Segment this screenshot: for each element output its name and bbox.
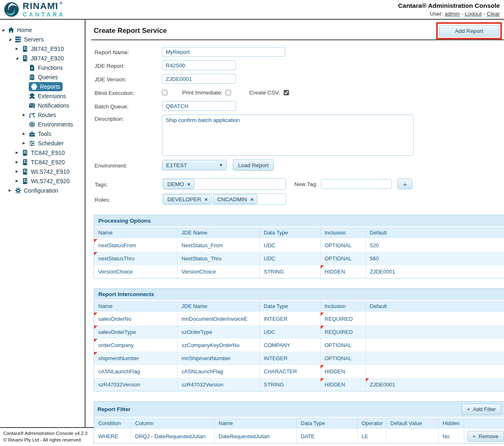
- sidebar-item-reports[interactable]: Reports: [0, 82, 85, 91]
- chip-remove-icon[interactable]: ×: [187, 182, 191, 187]
- table-cell: DATE: [296, 429, 357, 443]
- chip-remove-icon[interactable]: ×: [250, 197, 254, 202]
- print-immediate-checkbox[interactable]: [226, 90, 231, 95]
- sidebar-item-home[interactable]: ◢ Home: [0, 25, 85, 34]
- sidebar-item-routes[interactable]: ▶ Routes: [0, 110, 85, 120]
- table-cell: cASNLaunchFlag: [177, 365, 259, 378]
- table-cell: szOrderType: [177, 326, 259, 339]
- sidebar-item-label: Configuration: [24, 187, 58, 194]
- table-cell: OPTIONAL: [320, 339, 365, 352]
- expander-icon[interactable]: ◢: [9, 37, 15, 41]
- functions-icon: [29, 64, 36, 71]
- sidebar-item-jb742_e920[interactable]: ◢ JB742_E920: [0, 53, 85, 63]
- table-cell: OPTIONAL: [320, 252, 365, 265]
- plus-icon: +: [467, 406, 470, 412]
- table-cell: DRQJ - DateRequestedJulian: [131, 429, 214, 443]
- role-chip-cncadmin: CNCADMIN ×: [213, 194, 257, 204]
- table-cell: UDC: [259, 239, 320, 252]
- expander-icon[interactable]: ▶: [16, 151, 22, 154]
- expander-icon[interactable]: ▶: [9, 189, 15, 192]
- report-name-input[interactable]: [162, 47, 285, 57]
- column-header: Default: [365, 227, 504, 239]
- table-cell: OPTIONAL: [320, 239, 365, 252]
- jde-report-input[interactable]: [162, 60, 236, 70]
- sidebar-item-tc842_e920[interactable]: ▶ TC842_E920: [0, 157, 85, 167]
- sidebar-item-tools[interactable]: ▶ Tools: [0, 129, 85, 138]
- chip-remove-icon[interactable]: ×: [205, 197, 208, 202]
- create-csv-label: Create CSV:: [249, 90, 280, 96]
- table-cell: DateRequestedJulian: [214, 429, 296, 443]
- table-cell: salesOrderNo: [94, 312, 177, 326]
- logout-link[interactable]: Logout: [465, 11, 481, 17]
- column-header: JDE Name: [177, 227, 259, 239]
- remove-filter-button[interactable]: ×Remove: [467, 431, 504, 442]
- blind-execution-label: Blind Execution:: [91, 89, 162, 96]
- sidebar-item-notifications[interactable]: Notifications: [0, 101, 85, 110]
- home-icon: [8, 27, 15, 33]
- expander-icon[interactable]: ▶: [16, 170, 22, 173]
- sidebar-item-tc842_e910[interactable]: ▶ TC842_E910: [0, 148, 85, 157]
- x-icon: ×: [473, 433, 476, 439]
- column-header: Data Type: [259, 227, 320, 239]
- sidebar-item-jb742_e910[interactable]: ▶ JB742_E910: [0, 44, 85, 53]
- tags-input[interactable]: DEMO ×: [162, 178, 286, 190]
- sidebar-item-extensions[interactable]: Extensions: [0, 91, 85, 101]
- jde-version-label: JDE Version:: [91, 75, 162, 83]
- roles-input[interactable]: DEVELOPER × CNCADMIN ×: [162, 193, 286, 205]
- batch-queue-input[interactable]: [162, 101, 236, 111]
- sidebar-item-scheduler[interactable]: ▶ Scheduler: [0, 138, 85, 148]
- add-report-button[interactable]: Add Report: [439, 25, 499, 37]
- blind-execution-checkbox[interactable]: [162, 90, 167, 95]
- expander-icon[interactable]: ▶: [23, 113, 29, 117]
- table-cell: [365, 339, 504, 352]
- processing-options-table: Processing Options NameJDE NameData Type…: [94, 215, 504, 278]
- table-row: cASNLaunchFlagcASNLaunchFlagCHARACTERHID…: [94, 365, 504, 378]
- table-cell: [365, 326, 504, 339]
- jde-version-input[interactable]: [162, 74, 236, 84]
- column-header: Inclusion: [320, 301, 365, 312]
- sidebar-item-wls742_e920[interactable]: ▶ WLS742_E920: [0, 176, 85, 186]
- sidebar-item-servers[interactable]: ◢ Servers: [0, 34, 85, 44]
- sidebar-item-queries[interactable]: Queries: [0, 72, 85, 82]
- extensions-icon: [29, 93, 36, 99]
- sidebar-item-wls742_e910[interactable]: ▶ WLS742_E910: [0, 167, 85, 176]
- sidebar-item-label: Scheduler: [38, 140, 64, 147]
- expander-icon[interactable]: ◢: [16, 56, 22, 60]
- new-tag-label: New Tag:: [294, 181, 317, 187]
- new-tag-input[interactable]: [321, 179, 392, 189]
- table-row: szR47032VersionszR47032VersionSTRINGHIDD…: [94, 378, 504, 391]
- expander-icon[interactable]: ◢: [2, 28, 8, 32]
- table-cell: szCompanyKeyOrderNo: [177, 339, 259, 352]
- expander-icon[interactable]: ▶: [16, 160, 22, 164]
- expander-icon[interactable]: ▶: [23, 141, 29, 145]
- user-prefix: User:: [430, 11, 443, 17]
- expander-icon[interactable]: ▶: [23, 132, 29, 136]
- scheduler-icon: [29, 140, 36, 147]
- table-cell: INTEGER: [259, 352, 320, 365]
- sidebar-item-configuration[interactable]: ▶ Configuration: [0, 186, 85, 195]
- create-csv-checkbox[interactable]: [284, 90, 289, 95]
- table-cell: CHARACTER: [259, 365, 320, 378]
- description-textarea[interactable]: [162, 115, 414, 156]
- table-cell: REQUIRED: [320, 312, 365, 326]
- clear-link[interactable]: Clear: [487, 11, 500, 17]
- table-cell: COMPANY: [259, 339, 320, 352]
- brand-subname: CANTARA: [23, 11, 65, 17]
- sidebar-item-functions[interactable]: Functions: [0, 63, 85, 72]
- highlight-annotation: Add Report: [436, 22, 502, 39]
- expander-icon[interactable]: ▶: [16, 47, 22, 51]
- expander-icon[interactable]: ▶: [16, 179, 22, 183]
- column-header: [464, 418, 504, 429]
- queries-icon: [29, 74, 36, 80]
- server-icon: [22, 168, 29, 175]
- environment-select[interactable]: E1TEST ▼: [162, 160, 227, 170]
- add-filter-button[interactable]: + Add Filter: [462, 404, 501, 415]
- user-link[interactable]: admin: [445, 11, 460, 17]
- load-report-button[interactable]: Load Report: [233, 159, 274, 171]
- batch-queue-label: Batch Queue:: [91, 102, 162, 110]
- tools-icon: [29, 131, 36, 137]
- chevron-down-icon: ▼: [219, 163, 223, 167]
- add-tag-button[interactable]: +: [398, 179, 412, 189]
- chip-label: CNCADMIN: [217, 196, 247, 202]
- sidebar-item-environments[interactable]: Environments: [0, 120, 85, 129]
